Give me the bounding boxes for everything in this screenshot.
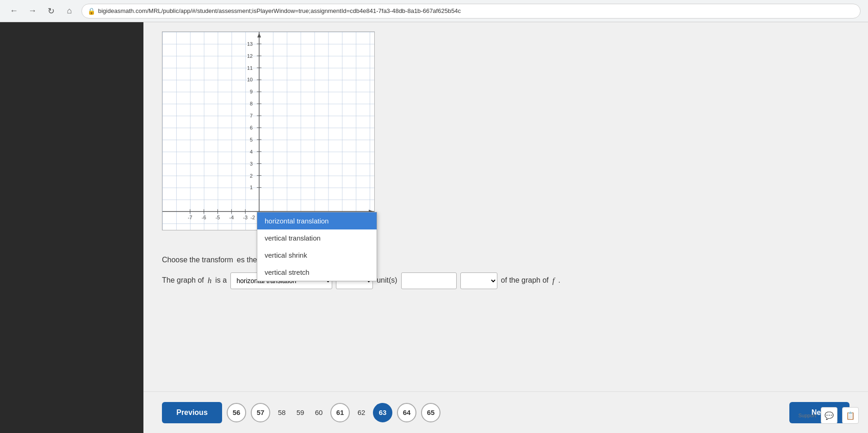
svg-text:9: 9 bbox=[250, 89, 253, 94]
page-60[interactable]: 60 bbox=[312, 408, 326, 416]
page-63[interactable]: 63 bbox=[373, 403, 392, 422]
var-f: f bbox=[552, 274, 555, 288]
svg-text:10: 10 bbox=[247, 77, 253, 82]
address-bar[interactable]: 🔒 bigideasmath.com/MRL/public/app/#/stud… bbox=[81, 4, 861, 19]
page-56[interactable]: 56 bbox=[227, 403, 246, 422]
period: . bbox=[558, 274, 560, 287]
var-h: h bbox=[208, 274, 212, 288]
chat-icon[interactable]: 💬 bbox=[821, 407, 837, 424]
svg-text:6: 6 bbox=[250, 125, 253, 130]
svg-text:4: 4 bbox=[250, 149, 253, 155]
reload-button[interactable]: ↻ bbox=[44, 5, 57, 18]
svg-text:11: 11 bbox=[247, 65, 253, 71]
units-label: unit(s) bbox=[377, 274, 397, 287]
direction-select-2[interactable]: left right up down bbox=[460, 272, 497, 289]
svg-text:3: 3 bbox=[250, 161, 253, 167]
dropdown-item-vertical-translation[interactable]: vertical translation bbox=[257, 229, 377, 247]
svg-text:-5: -5 bbox=[216, 215, 220, 220]
svg-text:-6: -6 bbox=[202, 215, 206, 220]
svg-text:12: 12 bbox=[247, 53, 253, 59]
page-64[interactable]: 64 bbox=[397, 403, 416, 422]
dropdown-item-vertical-stretch[interactable]: vertical stretch bbox=[257, 264, 377, 281]
right-content: 13 12 11 10 9 8 7 6 5 4 3 2 1 -7 -6 -5 bbox=[143, 22, 868, 433]
question-prefix: Choose the transform bbox=[162, 254, 233, 267]
is-a-text: is a bbox=[215, 274, 227, 287]
of-text: of the graph of bbox=[501, 274, 549, 287]
page-content: 13 12 11 10 9 8 7 6 5 4 3 2 1 -7 -6 -5 bbox=[0, 22, 868, 433]
graph-container: 13 12 11 10 9 8 7 6 5 4 3 2 1 -7 -6 -5 bbox=[162, 31, 375, 230]
page-58[interactable]: 58 bbox=[275, 408, 289, 416]
svg-text:7: 7 bbox=[250, 113, 253, 118]
support-label: Support bbox=[798, 413, 816, 418]
graph-of-text: The graph of bbox=[162, 274, 204, 287]
dropdown-item-vertical-shrink[interactable]: vertical shrink bbox=[257, 247, 377, 264]
dropdown-item-horizontal[interactable]: horizontal translation bbox=[257, 212, 377, 229]
security-icon: 🔒 bbox=[87, 7, 95, 15]
page-59[interactable]: 59 bbox=[293, 408, 307, 416]
page-61[interactable]: 61 bbox=[330, 403, 350, 422]
browser-bar: ← → ↻ ⌂ 🔒 bigideasmath.com/MRL/public/ap… bbox=[0, 0, 868, 22]
page-62[interactable]: 62 bbox=[354, 408, 368, 416]
forward-button[interactable]: → bbox=[26, 5, 39, 18]
nav-bar: Previous 56 57 58 59 60 61 62 63 64 65 N… bbox=[143, 391, 868, 433]
transformation-dropdown-overlay[interactable]: horizontal translation vertical translat… bbox=[257, 212, 377, 281]
url-text: bigideasmath.com/MRL/public/app/#/studen… bbox=[98, 7, 461, 14]
svg-text:-2: -2 bbox=[250, 215, 255, 220]
home-button[interactable]: ⌂ bbox=[63, 5, 76, 18]
copy-icon[interactable]: 📋 bbox=[842, 407, 859, 424]
svg-text:8: 8 bbox=[250, 101, 253, 106]
svg-text:1: 1 bbox=[250, 185, 253, 190]
page-65[interactable]: 65 bbox=[421, 403, 440, 422]
page-57[interactable]: 57 bbox=[251, 403, 270, 422]
svg-text:-4: -4 bbox=[229, 215, 234, 220]
back-button[interactable]: ← bbox=[7, 5, 20, 18]
support-area: Support 💬 📋 bbox=[798, 407, 859, 424]
svg-text:-7: -7 bbox=[188, 215, 192, 220]
previous-button[interactable]: Previous bbox=[162, 402, 222, 423]
svg-text:-3: -3 bbox=[243, 215, 248, 220]
svg-rect-1 bbox=[162, 32, 374, 230]
svg-text:13: 13 bbox=[247, 41, 253, 47]
units-input[interactable] bbox=[401, 272, 457, 289]
svg-text:2: 2 bbox=[250, 173, 253, 179]
svg-text:5: 5 bbox=[250, 137, 253, 142]
graph-canvas: 13 12 11 10 9 8 7 6 5 4 3 2 1 -7 -6 -5 bbox=[162, 31, 375, 230]
graph-svg: 13 12 11 10 9 8 7 6 5 4 3 2 1 -7 -6 -5 bbox=[162, 32, 374, 230]
left-panel bbox=[0, 22, 143, 433]
